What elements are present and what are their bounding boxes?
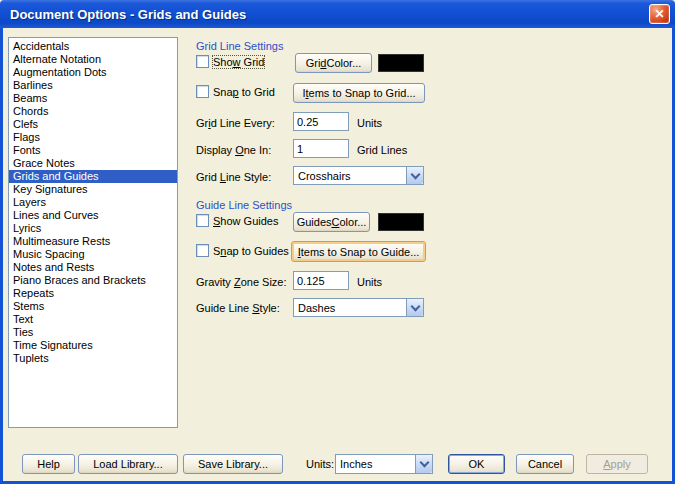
apply-button: Apply: [586, 454, 648, 474]
items-to-snap-to-grid-button[interactable]: Items to Snap to Grid...: [293, 83, 425, 103]
list-item[interactable]: Music Spacing: [9, 248, 177, 261]
grid-line-every-label: Grid Line Every:: [196, 117, 275, 129]
help-button[interactable]: Help: [22, 454, 75, 474]
snap-to-guides-checkbox[interactable]: [196, 244, 209, 257]
guide-line-style-select[interactable]: Dashes: [293, 298, 424, 317]
show-grid-checkbox[interactable]: [196, 55, 209, 68]
show-guides-label[interactable]: Show Guides: [213, 215, 278, 227]
list-item[interactable]: Text: [9, 313, 177, 326]
list-item[interactable]: Lines and Curves: [9, 209, 177, 222]
list-item[interactable]: Clefs: [9, 118, 177, 131]
cancel-button[interactable]: Cancel: [516, 454, 574, 474]
list-item[interactable]: Key Signatures: [9, 183, 177, 196]
ok-button[interactable]: OK: [448, 454, 505, 474]
chevron-down-glyph: [419, 458, 429, 468]
window-title: Document Options - Grids and Guides: [10, 7, 246, 22]
chevron-down-glyph: [410, 301, 420, 311]
list-item[interactable]: Grace Notes: [9, 157, 177, 170]
chevron-down-icon[interactable]: [406, 167, 423, 184]
units-select[interactable]: Inches: [335, 454, 433, 474]
list-item[interactable]: Layers: [9, 196, 177, 209]
gravity-zone-size-label: Gravity Zone Size:: [196, 276, 287, 288]
list-item[interactable]: Ties: [9, 326, 177, 339]
display-one-in-units: Grid Lines: [357, 144, 407, 156]
display-one-in-label: Display One In:: [196, 144, 271, 156]
show-grid-label[interactable]: Show Grid: [213, 56, 264, 68]
snap-to-guides-label[interactable]: Snap to Guides: [213, 245, 289, 257]
gravity-zone-size-units: Units: [357, 276, 382, 288]
guide-line-style-value: Dashes: [294, 302, 406, 314]
load-library-button[interactable]: Load Library...: [78, 454, 178, 474]
list-item[interactable]: Multimeasure Rests: [9, 235, 177, 248]
list-item[interactable]: Augmentation Dots: [9, 66, 177, 79]
units-label: Units:: [306, 458, 334, 470]
chevron-down-icon[interactable]: [415, 455, 432, 473]
show-guides-checkbox[interactable]: [196, 214, 209, 227]
list-item[interactable]: Chords: [9, 105, 177, 118]
guide-section-title: Guide Line Settings: [196, 199, 292, 211]
grid-section-title: Grid Line Settings: [196, 40, 283, 52]
list-item[interactable]: Beams: [9, 92, 177, 105]
guides-color-button[interactable]: Guides Color...: [293, 212, 370, 232]
save-library-button[interactable]: Save Library...: [183, 454, 283, 474]
items-to-snap-to-guide-button[interactable]: Items to Snap to Guide...: [291, 241, 426, 262]
list-item[interactable]: Alternate Notation: [9, 53, 177, 66]
gravity-zone-size-input[interactable]: [293, 271, 349, 290]
display-one-in-input[interactable]: [293, 139, 349, 158]
grid-color-button[interactable]: Grid Color...: [295, 53, 372, 73]
list-item[interactable]: Flags: [9, 131, 177, 144]
list-item[interactable]: Tuplets: [9, 352, 177, 365]
title-bar: Document Options - Grids and Guides: [0, 0, 675, 28]
snap-to-grid-checkbox[interactable]: [196, 85, 209, 98]
list-item[interactable]: Lyrics: [9, 222, 177, 235]
chevron-down-icon[interactable]: [406, 299, 423, 316]
grid-line-style-label: Grid Line Style:: [196, 171, 271, 183]
list-item[interactable]: Notes and Rests: [9, 261, 177, 274]
guide-line-style-label: Guide Line Style:: [196, 302, 280, 314]
list-item[interactable]: Time Signatures: [9, 339, 177, 352]
list-item[interactable]: Piano Braces and Brackets: [9, 274, 177, 287]
grid-line-style-select[interactable]: Crosshairs: [293, 166, 424, 185]
list-item[interactable]: Stems: [9, 300, 177, 313]
guides-color-swatch: [378, 213, 424, 231]
grid-color-swatch: [378, 54, 424, 72]
grid-line-every-input[interactable]: [293, 112, 349, 131]
close-icon[interactable]: ✕: [649, 4, 670, 24]
category-listbox[interactable]: AccidentalsAlternate NotationAugmentatio…: [8, 37, 178, 428]
units-value: Inches: [336, 458, 415, 470]
snap-to-grid-label[interactable]: Snap to Grid: [213, 86, 275, 98]
document-options-dialog: Document Options - Grids and Guides ✕ Ac…: [0, 0, 675, 484]
list-item[interactable]: Grids and Guides: [9, 170, 177, 183]
list-item[interactable]: Fonts: [9, 144, 177, 157]
list-item[interactable]: Barlines: [9, 79, 177, 92]
list-item[interactable]: Repeats: [9, 287, 177, 300]
grid-line-every-units: Units: [357, 117, 382, 129]
grid-line-style-value: Crosshairs: [294, 170, 406, 182]
chevron-down-glyph: [410, 169, 420, 179]
list-item[interactable]: Accidentals: [9, 40, 177, 53]
